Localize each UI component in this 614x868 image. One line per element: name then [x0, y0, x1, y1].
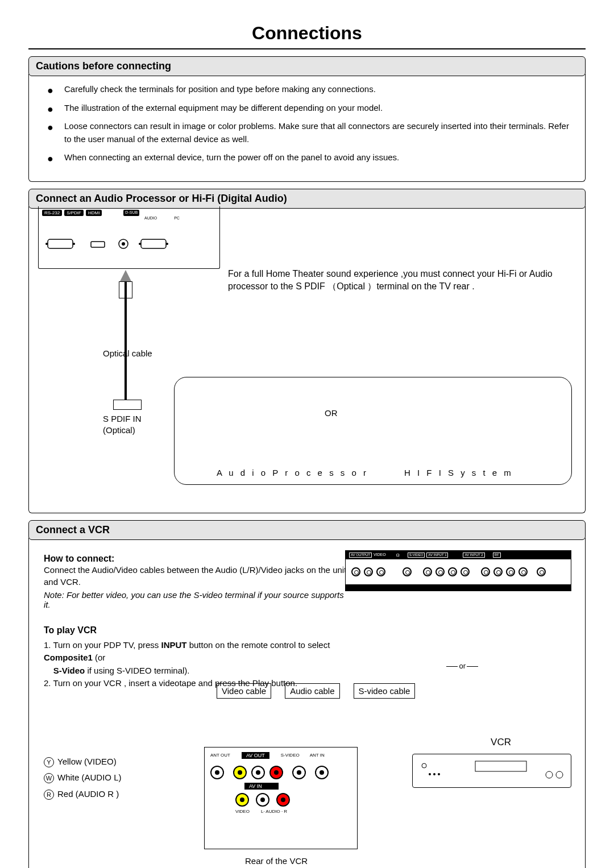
- circle-w-icon: W: [44, 773, 54, 783]
- jack-icon: [210, 766, 224, 779]
- av-out-label: AV OUT: [242, 752, 269, 759]
- jack-icon: [315, 766, 329, 779]
- port-label: RS-232: [42, 210, 62, 216]
- rear-label: AV OUTPUT: [349, 553, 372, 558]
- svideo-jack-icon: [292, 766, 306, 779]
- jack-icon: [518, 567, 528, 576]
- how-to-connect-body: Connect the Audio/Video cables between t…: [44, 564, 351, 588]
- audio-description: For a full Home Theater sound experience…: [228, 268, 575, 293]
- or-small-text: or: [445, 662, 479, 670]
- audio-diagram: RS-232 S/PDIF HDMI D-SUB AUDIO PC Optica…: [28, 206, 586, 513]
- jack-red-icon: [269, 766, 283, 779]
- svg-point-7: [139, 243, 141, 245]
- port-label: S/PDIF: [64, 210, 84, 216]
- svg-point-2: [73, 243, 75, 245]
- svg-point-10: [429, 773, 431, 775]
- jack-icon: [423, 567, 432, 576]
- av-in-label: AV IN: [244, 783, 279, 790]
- jack-icon: [537, 567, 546, 576]
- svg-rect-13: [475, 761, 526, 771]
- svg-point-9: [422, 763, 426, 768]
- jack-yellow-icon: [235, 793, 249, 807]
- video-cable-label: Video cable: [217, 683, 271, 699]
- jack-icon: [403, 567, 412, 576]
- caution-item: When connecting an external device, turn…: [44, 151, 570, 164]
- svg-rect-0: [48, 239, 73, 248]
- port-sublabel: AUDIO: [144, 216, 157, 220]
- port-label: D-SUB: [123, 210, 139, 216]
- arrow-up-icon: [120, 270, 131, 281]
- hdmi-port-icon: [116, 236, 131, 252]
- vcr-title: VCR: [491, 737, 511, 748]
- video-sublabel: VIDEO: [235, 809, 250, 814]
- jack-red-icon: [276, 793, 290, 807]
- jack-icon: [435, 567, 445, 576]
- jack-yellow-icon: [233, 766, 247, 779]
- svg-point-8: [166, 243, 168, 245]
- or-text: OR: [325, 408, 338, 418]
- jack-icon: [493, 567, 503, 576]
- audio-sublabel: L· AUDIO · R: [261, 809, 287, 814]
- jack-icon: [251, 766, 265, 779]
- cable-labels: Video cable Audio cable S-video cable: [217, 683, 415, 699]
- svg-rect-6: [141, 239, 166, 248]
- dsub-port-icon: [139, 236, 173, 252]
- rear-label: S-VIDEO: [408, 553, 425, 558]
- port-label: HDMI: [86, 210, 102, 216]
- rear-label: AV INPUT 2: [463, 553, 484, 558]
- step-1: 1. Turn on your PDP TV, press INPUT butt…: [44, 639, 374, 678]
- spdif-port-icon: [88, 236, 108, 252]
- jack-icon: [256, 793, 269, 807]
- ant-in-label: ANT IN: [310, 753, 325, 758]
- s-video-label: S-VIDEO: [281, 753, 300, 758]
- optical-cable-label: Optical cable: [103, 348, 152, 358]
- tv-terminal-row: RS-232 S/PDIF HDMI D-SUB AUDIO PC: [38, 206, 220, 269]
- svg-point-11: [433, 773, 435, 775]
- svg-point-14: [546, 771, 553, 778]
- rs232-port-icon: [45, 236, 80, 252]
- play-steps: 1. Turn on your PDP TV, press INPUT butt…: [44, 639, 374, 690]
- jack-icon: [364, 567, 373, 576]
- svg-point-12: [438, 773, 440, 775]
- svg-point-15: [556, 771, 563, 778]
- vcr-diagram: How to connect: Connect the Audio/Video …: [28, 538, 586, 869]
- circle-y-icon: Y: [44, 757, 54, 767]
- note-text: Note: For better video, you can use the …: [44, 590, 351, 609]
- jack-icon: [481, 567, 490, 576]
- audio-cable-label: Audio cable: [285, 683, 339, 699]
- to-play-heading: To play VCR: [44, 625, 570, 636]
- jack-icon: [376, 567, 385, 576]
- svg-point-5: [122, 242, 125, 246]
- rear-label: RF: [493, 553, 501, 558]
- port-sublabel: PC: [174, 216, 180, 220]
- rear-of-vcr-label: Rear of the VCR: [245, 856, 308, 866]
- jack-icon: [506, 567, 515, 576]
- hifi-system-label: H I F I S y s t e m: [404, 468, 513, 477]
- ant-out-label: ANT OUT: [210, 753, 230, 758]
- jack-icon: [351, 567, 360, 576]
- section-header-vcr: Connect a VCR: [28, 520, 586, 540]
- page-title: Connections: [28, 23, 586, 49]
- rear-label: AV INPUT 1: [426, 553, 448, 558]
- caution-item: Carefully check the terminals for positi…: [44, 83, 570, 96]
- vcr-unit-icon: [412, 754, 571, 788]
- jack-icon: [448, 567, 457, 576]
- optical-plug-icon: [113, 400, 142, 410]
- circle-r-icon: R: [44, 790, 54, 800]
- tv-rear-panel: AV OUTPUT VIDEO Ω S-VIDEO AV INPUT 1 AV …: [345, 550, 571, 591]
- jack-icon: [460, 567, 470, 576]
- rear-label: Ω: [396, 553, 400, 558]
- color-legend: YYellow (VIDEO) WWhite (AUDIO L) RRed (A…: [44, 754, 122, 803]
- audio-processor-label: A u d i o P r o c e s s o r: [217, 468, 368, 477]
- caution-item: Loose connectors can result in image or …: [44, 120, 570, 146]
- cautions-box: Carefully check the terminals for positi…: [28, 74, 586, 182]
- svg-rect-3: [91, 242, 105, 247]
- vcr-rear-panel: ANT OUT AV OUT S-VIDEO ANT IN AV IN VIDE…: [204, 747, 358, 849]
- svg-point-1: [45, 243, 48, 245]
- spdif-label: S PDIF IN (Optical): [103, 413, 142, 437]
- svideo-cable-label: S-video cable: [354, 683, 416, 699]
- cautions-list: Carefully check the terminals for positi…: [44, 83, 570, 164]
- rear-sublabel: VIDEO: [374, 553, 386, 558]
- caution-item: The illustration of the external equipme…: [44, 102, 570, 115]
- cable-line: [125, 281, 127, 401]
